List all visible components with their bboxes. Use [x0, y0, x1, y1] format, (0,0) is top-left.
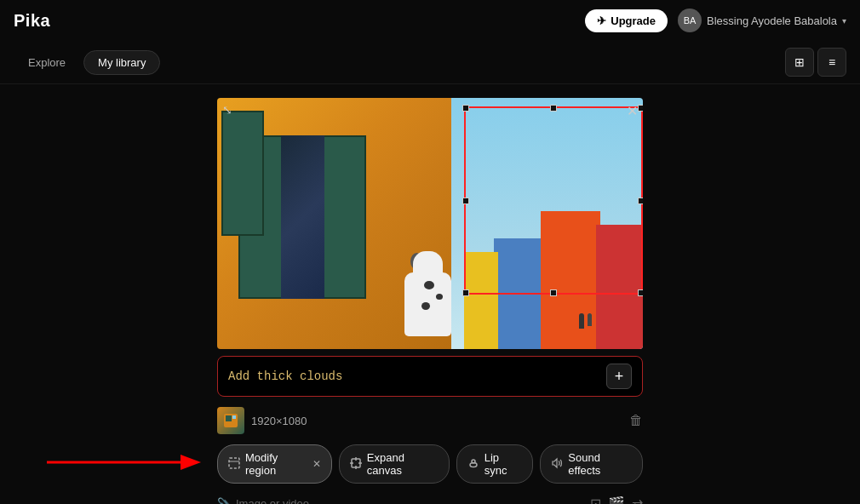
spot2: [436, 294, 443, 300]
svg-point-13: [472, 460, 475, 463]
lip-sync-icon: [467, 457, 479, 472]
spot1: [424, 281, 434, 289]
dog-spots: [417, 277, 456, 324]
attach-label: Image or video: [236, 497, 309, 504]
crop-icon[interactable]: ⊡: [590, 495, 601, 504]
file-thumb-icon: [222, 412, 239, 429]
expand-canvas-icon: [350, 457, 362, 472]
people-area: [579, 313, 592, 329]
upgrade-label: Upgrade: [611, 14, 656, 27]
header: Pika ✈ Upgrade BA Blessing Ayodele Babal…: [0, 0, 860, 41]
lip-sync-button[interactable]: Lip sync: [456, 444, 534, 484]
attach-button[interactable]: 📎 Image or video: [217, 497, 309, 504]
chevron-down-icon: ▾: [842, 16, 846, 26]
svg-rect-1: [226, 415, 232, 421]
yellow-building: [464, 252, 498, 349]
paperclip-icon: 📎: [217, 497, 231, 504]
modify-region-close[interactable]: ✕: [312, 458, 321, 470]
tab-explore[interactable]: Explore: [14, 50, 80, 75]
upgrade-button[interactable]: ✈ Upgrade: [585, 9, 668, 32]
prompt-input-row: +: [217, 356, 643, 397]
file-row: 1920×1080 🗑: [217, 404, 643, 438]
scene-canvas: [217, 98, 643, 349]
viewer-expand-icon[interactable]: ⤡: [222, 103, 232, 117]
view-controls: ⊞ ≡: [785, 48, 846, 77]
sound-effects-button[interactable]: Sound effects: [540, 444, 643, 484]
header-right: ✈ Upgrade BA Blessing Ayodele Babalola ▾: [585, 9, 846, 32]
red-building: [596, 225, 643, 349]
dog-area: [396, 251, 464, 336]
prompt-input[interactable]: [228, 369, 599, 383]
shutter-right: [322, 135, 367, 299]
blue-building: [494, 238, 541, 349]
file-info: 1920×1080: [217, 407, 307, 434]
trash-icon: 🗑: [629, 413, 643, 427]
list-view-button[interactable]: ≡: [817, 48, 846, 77]
tools-row: Modify region ✕ Expand canvas: [217, 444, 643, 484]
sound-effects-icon: [551, 457, 563, 472]
video-icon[interactable]: 🎬: [608, 495, 625, 504]
grid-view-button[interactable]: ⊞: [785, 48, 814, 77]
buildings-area: [451, 211, 643, 349]
file-thumbnail: [217, 407, 244, 434]
nav-tabs: Explore My library: [14, 50, 160, 75]
grid-icon: ⊞: [794, 55, 805, 69]
expand-canvas-button[interactable]: Expand canvas: [339, 444, 450, 484]
bottom-panel: + 1920×1080 🗑: [217, 356, 643, 504]
user-menu[interactable]: BA Blessing Ayodele Babalola ▾: [678, 9, 846, 32]
upgrade-icon: ✈: [597, 14, 606, 27]
dog-body: [404, 272, 451, 336]
svg-rect-5: [229, 458, 239, 468]
window-center: [281, 135, 324, 299]
nav-bar: Explore My library ⊞ ≡: [0, 41, 860, 84]
app-logo: Pika: [14, 11, 50, 31]
avatar: BA: [678, 9, 702, 32]
window-left: [221, 111, 264, 237]
list-icon: ≡: [828, 55, 835, 69]
modify-region-button[interactable]: Modify region ✕: [217, 444, 332, 484]
tab-my-library[interactable]: My library: [83, 50, 160, 75]
file-dimensions: 1920×1080: [251, 415, 307, 427]
action-icons-group: ⊡ 🎬 ⇄: [590, 495, 643, 504]
svg-rect-2: [232, 415, 236, 419]
image-viewer: ⤡ ✕: [217, 98, 643, 349]
main-content: ⤡ ✕ +: [0, 84, 860, 504]
bottom-actions: 📎 Image or video ⊡ 🎬 ⇄: [217, 492, 643, 504]
viewer-close-button[interactable]: ✕: [627, 103, 638, 119]
spot3: [421, 302, 430, 310]
avatar-initials: BA: [684, 15, 697, 26]
settings-icon[interactable]: ⇄: [632, 495, 643, 504]
user-name: Blessing Ayodele Babalola: [707, 14, 837, 27]
modify-region-icon: [228, 457, 240, 472]
arrow-svg: [47, 445, 209, 479]
prompt-add-button[interactable]: +: [606, 364, 632, 389]
file-delete-button[interactable]: 🗑: [629, 413, 643, 428]
arrow-indicator: [47, 445, 209, 483]
